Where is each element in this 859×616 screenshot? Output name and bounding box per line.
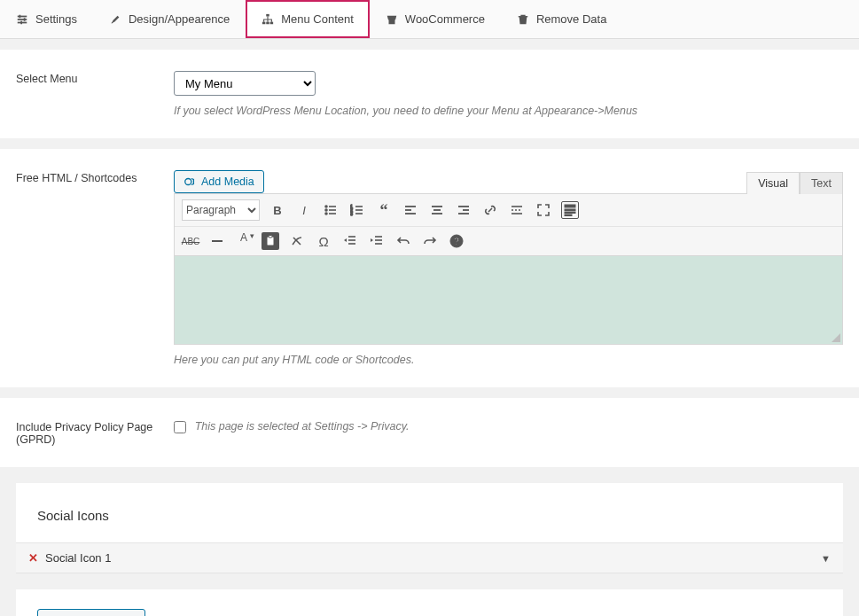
svg-rect-38 [565, 205, 575, 207]
privacy-help: This page is selected at Settings -> Pri… [195, 420, 410, 433]
brush-icon [109, 13, 121, 26]
strikethrough-button[interactable]: ABC [182, 232, 199, 250]
format-select[interactable]: Paragraph [182, 199, 260, 221]
svg-rect-8 [266, 21, 269, 24]
align-center-button[interactable] [428, 201, 446, 219]
clear-format-button[interactable] [288, 232, 306, 250]
remove-social-icon-button[interactable]: ✕ [28, 551, 38, 565]
panel-add-another: Add Another Icon [16, 589, 843, 616]
svg-rect-39 [565, 209, 575, 211]
tab-label: WooCommerce [405, 12, 485, 26]
svg-rect-1 [18, 19, 27, 20]
editor-textarea[interactable] [174, 256, 843, 345]
tab-label: Remove Data [536, 12, 606, 26]
svg-rect-9 [270, 21, 274, 24]
media-icon [184, 175, 196, 188]
svg-rect-40 [565, 212, 575, 214]
align-left-button[interactable] [402, 201, 419, 219]
top-tabs: Settings Design/Appearence Menu Content … [0, 0, 859, 39]
svg-point-14 [325, 206, 327, 207]
bullet-list-button[interactable] [322, 201, 340, 219]
panel-select-menu: Select Menu My Menu If you select WordPr… [0, 50, 859, 138]
special-char-button[interactable]: Ω [315, 232, 332, 250]
svg-rect-41 [565, 214, 572, 216]
editor-tab-visual[interactable]: Visual [746, 172, 800, 194]
panel-privacy: Include Privacy Policy Page (GPRD) This … [0, 398, 859, 467]
social-icon-title: Social Icon 1 [45, 551, 111, 565]
trash-icon [517, 13, 529, 26]
link-button[interactable] [481, 201, 499, 219]
chevron-down-icon[interactable]: ▼ [821, 553, 831, 564]
sliders-icon [16, 13, 28, 26]
paste-text-button[interactable] [262, 232, 279, 250]
svg-rect-10 [388, 19, 394, 23]
add-another-icon-button[interactable]: Add Another Icon [37, 609, 145, 616]
social-icon-item-1[interactable]: ✕ Social Icon 1 ▼ [16, 542, 843, 573]
svg-text:3: 3 [350, 211, 353, 216]
tab-woocommerce[interactable]: WooCommerce [370, 0, 501, 38]
storefront-icon [386, 13, 398, 26]
free-html-help: Here you can put any HTML code or Shortc… [174, 354, 843, 366]
bold-button[interactable]: B [269, 201, 286, 219]
sitemap-icon [262, 13, 274, 26]
privacy-label: Include Privacy Policy Page (GPRD) [16, 419, 174, 446]
text-color-button[interactable]: A ▾ [235, 232, 253, 250]
outdent-button[interactable] [341, 232, 359, 250]
panel-social-icons: Social Icons ✕ Social Icon 1 ▼ [16, 483, 843, 573]
svg-point-15 [325, 209, 327, 211]
number-list-button[interactable]: 123 [348, 201, 366, 219]
tab-remove-data[interactable]: Remove Data [501, 0, 622, 38]
undo-button[interactable] [394, 232, 412, 250]
add-media-button[interactable]: Add Media [174, 170, 264, 193]
select-menu-help: If you select WordPress Menu Location, y… [174, 105, 843, 117]
svg-rect-5 [20, 20, 22, 24]
tab-label: Design/Appearence [129, 12, 230, 26]
editor-tab-text[interactable]: Text [800, 172, 843, 194]
tab-design[interactable]: Design/Appearence [93, 0, 246, 38]
align-right-button[interactable] [455, 201, 472, 219]
tab-menu-content[interactable]: Menu Content [246, 0, 370, 38]
tab-label: Menu Content [281, 12, 354, 26]
svg-rect-12 [519, 16, 528, 17]
svg-rect-4 [24, 18, 26, 21]
privacy-checkbox[interactable] [174, 421, 186, 433]
toolbar-toggle-button[interactable] [561, 201, 579, 219]
free-html-label: Free HTML / Shortcodes [16, 170, 174, 184]
social-icons-header: Social Icons [16, 483, 843, 542]
horizontal-line-button[interactable] [208, 232, 226, 250]
svg-rect-7 [262, 21, 266, 24]
tab-settings[interactable]: Settings [0, 0, 93, 38]
blockquote-button[interactable]: “ [375, 201, 393, 219]
redo-button[interactable] [421, 232, 439, 250]
fullscreen-button[interactable] [535, 201, 552, 219]
italic-button[interactable]: I [295, 201, 313, 219]
svg-rect-0 [18, 15, 27, 17]
svg-point-16 [325, 213, 327, 214]
editor-toolbar: Paragraph B I 123 “ ABC [174, 193, 843, 256]
svg-rect-44 [269, 236, 272, 238]
read-more-button[interactable] [508, 201, 526, 219]
svg-rect-6 [266, 13, 269, 16]
svg-point-13 [185, 179, 191, 185]
menu-select[interactable]: My Menu [174, 71, 316, 96]
select-menu-label: Select Menu [16, 71, 174, 85]
panel-free-html: Free HTML / Shortcodes Add Media Visual … [0, 149, 859, 387]
svg-rect-3 [20, 14, 21, 18]
tab-label: Settings [35, 12, 77, 26]
indent-button[interactable] [368, 232, 386, 250]
svg-text:?: ? [454, 237, 459, 246]
help-button[interactable]: ? [448, 232, 465, 250]
